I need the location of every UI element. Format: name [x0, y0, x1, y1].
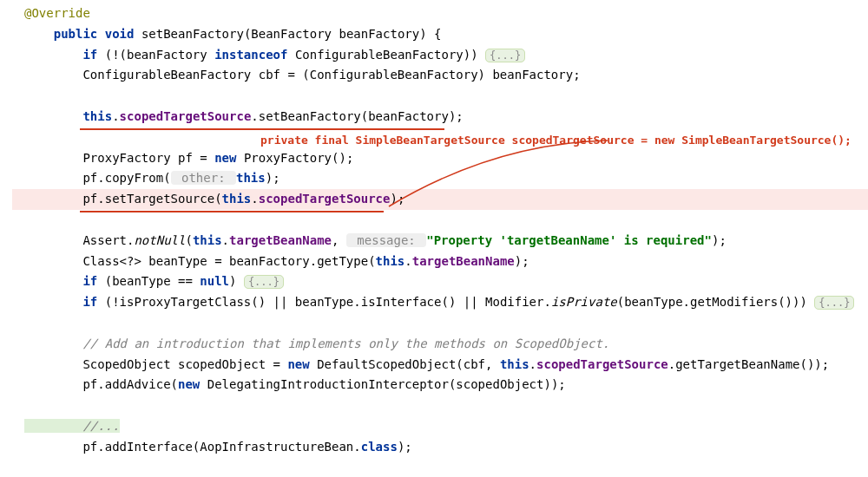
code-line: public void setBeanFactory(BeanFactory b… [12, 24, 868, 45]
code-editor: @Override public void setBeanFactory(Bea… [0, 0, 868, 477]
code-line: this.scopedTargetSource.setBeanFactory(b… [12, 107, 868, 127]
code-line: @Override [12, 3, 868, 24]
fold-region[interactable]: {...} [485, 49, 525, 62]
blank-line [12, 86, 868, 107]
code-line: Assert.notNull(this.targetBeanName, mess… [12, 231, 868, 252]
fold-region[interactable]: {...} [814, 296, 854, 310]
fold-region[interactable]: {...} [244, 275, 284, 289]
comment-line: //... [12, 416, 868, 437]
code-line: ConfigurableBeanFactory cbf = (Configura… [12, 65, 868, 86]
code-line: if (!isProxyTargetClass() || beanType.is… [12, 292, 868, 313]
code-line: if (beanType == null) {...} [12, 271, 868, 292]
code-line: if (!(beanFactory instanceof Configurabl… [12, 45, 868, 66]
annotation-callout: private final SimpleBeanTargetSource sco… [260, 131, 852, 150]
code-line: pf.addInterface(AopInfrastructureBean.cl… [12, 437, 868, 458]
annotation: @Override [24, 6, 90, 20]
annotation-underline [80, 211, 384, 212]
param-hint: message: [346, 233, 426, 247]
blank-line [12, 210, 868, 231]
blank-line [12, 458, 868, 477]
comment-line: // Add an introduction that implements o… [12, 334, 868, 355]
code-line-highlighted: pf.setTargetSource(this.scopedTargetSour… [12, 189, 868, 210]
code-line: Class<?> beanType = beanFactory.getType(… [12, 252, 868, 272]
code-line: ScopedObject scopedObject = new DefaultS… [12, 355, 868, 376]
blank-line [12, 313, 868, 334]
blank-line [12, 395, 868, 416]
code-line: pf.addAdvice(new DelegatingIntroductionI… [12, 375, 868, 395]
param-hint: other: [171, 171, 236, 185]
annotation-underline [80, 128, 444, 130]
code-line: ProxyFactory pf = new ProxyFactory(); [12, 148, 868, 169]
code-line: pf.copyFrom( other: this); [12, 168, 868, 189]
